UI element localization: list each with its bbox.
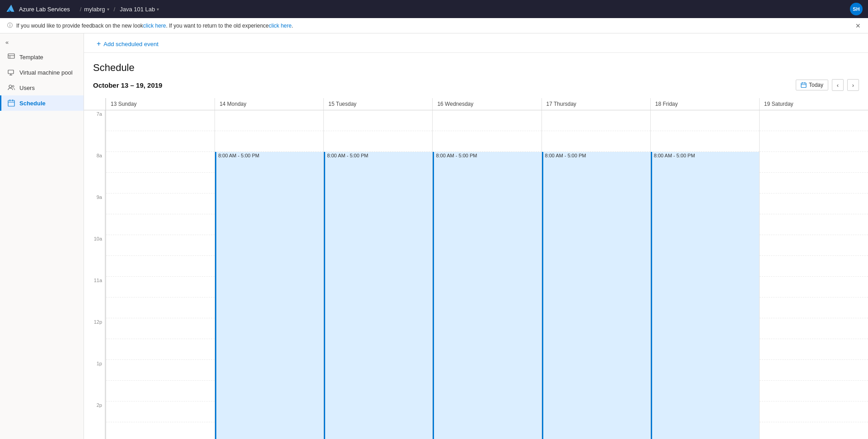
sidebar-item-vm-label: Virtual machine pool: [19, 69, 73, 76]
calendar-today-icon: [801, 82, 807, 88]
toolbar: + Add scheduled event: [84, 33, 868, 53]
breadcrumb-mylabrg[interactable]: mylabrg ▾: [84, 6, 109, 13]
day-col-mon[interactable]: 8:00 AM - 5:00 PM↻: [215, 110, 323, 439]
feedback-bar: ⓘ If you would like to provide feedback …: [0, 18, 868, 33]
layout: « Template Virtual machine pool: [0, 33, 868, 439]
svg-rect-8: [8, 100, 14, 106]
day-cell: [760, 152, 868, 173]
prev-week-button[interactable]: ‹: [832, 79, 844, 91]
day-cell: [542, 110, 650, 131]
add-event-label: Add scheduled event: [103, 41, 158, 47]
day-col-fri[interactable]: 8:00 AM - 5:00 PM↻: [650, 110, 759, 439]
time-gutter: 7a8a9a10a11a12p1p2p3p4p5p6p: [84, 110, 106, 439]
day-cell: [106, 256, 215, 277]
day-cell: [106, 277, 215, 297]
time-label: 7a: [84, 110, 105, 131]
time-label: 8a: [84, 152, 105, 173]
feedback-link2[interactable]: click here: [269, 23, 292, 29]
day-cell: [433, 131, 541, 152]
feedback-text3: .: [292, 23, 293, 29]
day-cell: [760, 381, 868, 401]
svg-rect-12: [801, 83, 806, 87]
day-cell: [106, 360, 215, 381]
breadcrumb: mylabrg ▾ / Java 101 Lab ▾: [84, 6, 159, 13]
day-cell: [542, 131, 650, 152]
sidebar-item-schedule[interactable]: Schedule: [0, 95, 84, 111]
day-cell: [106, 131, 215, 152]
day-col-sun[interactable]: [106, 110, 215, 439]
time-label: 11a: [84, 277, 105, 297]
day-cell: [760, 173, 868, 194]
date-range: October 13 – 19, 2019: [93, 81, 162, 89]
event-block[interactable]: 8:00 AM - 5:00 PM↻: [324, 152, 432, 439]
day-cell: [215, 110, 323, 131]
time-label: 10a: [84, 235, 105, 256]
day-cell: [106, 318, 215, 339]
day-cell: [106, 110, 215, 131]
info-icon: ⓘ: [7, 22, 13, 29]
time-label: [84, 339, 105, 360]
sidebar-item-schedule-label: Schedule: [19, 100, 46, 107]
day-cell: [106, 235, 215, 256]
day-cell: [760, 214, 868, 235]
breadcrumb-sep: /: [114, 6, 116, 13]
sidebar-item-users[interactable]: Users: [0, 80, 84, 95]
day-col-sat[interactable]: [759, 110, 868, 439]
event-block[interactable]: 8:00 AM - 5:00 PM↻: [215, 152, 323, 439]
next-week-button[interactable]: ›: [847, 79, 859, 91]
event-block[interactable]: 8:00 AM - 5:00 PM↻: [433, 152, 541, 439]
calendar-scroll[interactable]: 13 Sunday 14 Monday 15 Tuesday 16 Wednes…: [84, 98, 868, 439]
time-label: 2p: [84, 401, 105, 422]
day-header-sat: 19 Saturday: [759, 98, 868, 110]
day-col-tue[interactable]: 8:00 AM - 5:00 PM↻: [323, 110, 432, 439]
brand: Azure Lab Services: [5, 4, 70, 14]
day-col-thu[interactable]: 8:00 AM - 5:00 PM↻: [541, 110, 650, 439]
day-cell: [106, 339, 215, 360]
schedule-nav: October 13 – 19, 2019 Today ‹ ›: [93, 79, 859, 94]
svg-point-7: [12, 85, 14, 87]
day-header-mon: 14 Monday: [215, 98, 323, 110]
day-col-wed[interactable]: 8:00 AM - 5:00 PM↻: [432, 110, 541, 439]
day-cell: [215, 131, 323, 152]
time-label: [84, 381, 105, 401]
svg-point-6: [9, 85, 12, 88]
add-scheduled-event-button[interactable]: + Add scheduled event: [93, 38, 162, 50]
sidebar-item-template[interactable]: Template: [0, 49, 84, 65]
sidebar-item-vm-pool[interactable]: Virtual machine pool: [0, 65, 84, 80]
sidebar: « Template Virtual machine pool: [0, 33, 84, 439]
day-header-tue: 15 Tuesday: [323, 98, 432, 110]
nav-separator: /: [80, 6, 82, 13]
event-block[interactable]: 8:00 AM - 5:00 PM↻: [651, 152, 759, 439]
avatar[interactable]: SH: [850, 3, 863, 15]
day-cell: [760, 297, 868, 318]
event-label: 8:00 AM - 5:00 PM: [436, 153, 477, 158]
day-cell: [106, 152, 215, 173]
template-icon: [8, 53, 15, 61]
topnav: Azure Lab Services / mylabrg ▾ / Java 10…: [0, 0, 868, 18]
day-cell: [760, 194, 868, 214]
feedback-link1[interactable]: click here: [143, 23, 166, 29]
time-label: 12p: [84, 318, 105, 339]
collapse-icon: «: [5, 39, 9, 46]
day-cell: [760, 235, 868, 256]
time-label: 9a: [84, 194, 105, 214]
day-cell: [106, 381, 215, 401]
page-title: Schedule: [93, 62, 859, 74]
today-button[interactable]: Today: [796, 80, 828, 90]
time-gutter-header: [84, 98, 106, 110]
svg-rect-3: [8, 70, 14, 74]
event-block[interactable]: 8:00 AM - 5:00 PM↻: [542, 152, 650, 439]
sidebar-collapse-button[interactable]: «: [0, 35, 84, 49]
chevron-down-icon: ▾: [107, 7, 109, 12]
feedback-close-button[interactable]: ✕: [855, 22, 861, 29]
day-cell: [760, 131, 868, 152]
day-cell: [760, 339, 868, 360]
users-icon: [8, 84, 15, 91]
day-cell: [760, 110, 868, 131]
breadcrumb-lab[interactable]: Java 101 Lab ▾: [120, 6, 159, 13]
day-cell: [760, 318, 868, 339]
day-cell: [106, 422, 215, 439]
day-header-sun: 13 Sunday: [106, 98, 215, 110]
time-label: [84, 297, 105, 318]
day-cell: [106, 173, 215, 194]
